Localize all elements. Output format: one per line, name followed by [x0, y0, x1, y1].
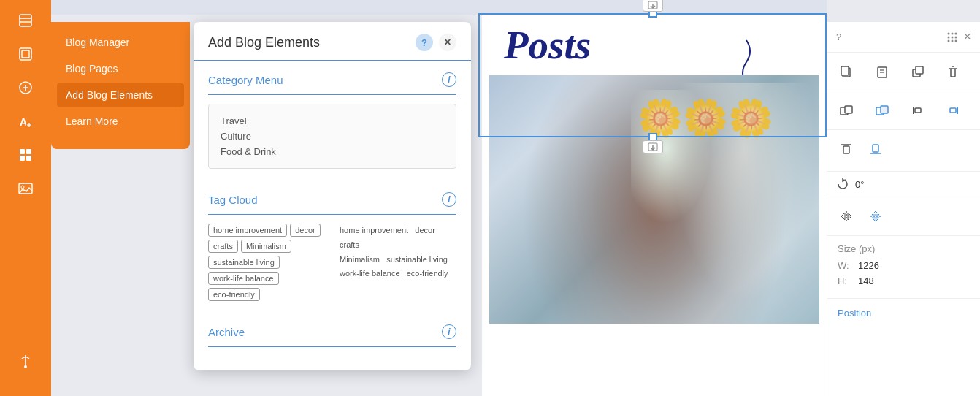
- rp-delete-icon[interactable]: [940, 58, 966, 85]
- rotate-value: 0°: [855, 179, 864, 190]
- category-menu-section-header: Category Menu i: [208, 61, 456, 95]
- tag-crafts: crafts: [208, 240, 238, 253]
- svg-rect-13: [26, 149, 31, 154]
- svg-rect-0: [20, 15, 31, 26]
- category-menu-info-icon[interactable]: i: [442, 72, 456, 87]
- tag-right-row-2: Minimalism sustainable living: [340, 253, 456, 267]
- svg-rect-49: [843, 146, 849, 153]
- tag-eco: eco-friendly: [208, 288, 260, 301]
- svg-text:A: A: [20, 116, 27, 128]
- tag-sustainable: sustainable living: [208, 256, 280, 269]
- tag-cloud-right: home improvement decor crafts Minimalism…: [340, 224, 456, 281]
- svg-rect-14: [20, 156, 25, 161]
- rotate-section: 0°: [827, 172, 980, 197]
- tag-right-row-1: home improvement decor crafts: [340, 224, 456, 253]
- svg-point-24: [952, 32, 954, 34]
- media-icon[interactable]: [11, 174, 40, 203]
- rp-align-left-icon[interactable]: [905, 97, 931, 123]
- panel-header: Add Blog Elements ? ×: [194, 22, 471, 61]
- rotate-icon: [836, 178, 849, 191]
- svg-point-27: [952, 36, 954, 38]
- category-menu-preview: Travel Culture Food & Drink: [208, 104, 456, 169]
- svg-point-29: [948, 39, 950, 42]
- archive-title: Archive: [208, 326, 245, 338]
- svg-marker-53: [841, 213, 845, 220]
- rp-duplicate-icon[interactable]: [905, 58, 931, 85]
- tag-right-row-3: work-life balance eco-friendly: [340, 267, 456, 281]
- size-w-value: 1226: [858, 260, 879, 271]
- tag-minimalism: Minimalism: [241, 240, 291, 253]
- svg-rect-43: [881, 106, 888, 113]
- top-ruler: [51, 0, 827, 15]
- layout-icon[interactable]: [11, 39, 40, 69]
- svg-point-28: [955, 36, 957, 38]
- align-section: [827, 130, 980, 172]
- add-blog-elements-nav[interactable]: Add Blog Elements: [57, 83, 184, 107]
- tag-cloud-left: home improvement decor crafts Minimalism…: [208, 224, 325, 301]
- rp-grid-icon-area: ×: [946, 29, 971, 45]
- svg-marker-56: [872, 211, 879, 215]
- tag-cloud-title: Tag Cloud: [208, 194, 258, 206]
- add-elements-panel: Add Blog Elements ? × Category Menu i Tr…: [194, 22, 471, 370]
- right-panel: ? ×: [827, 22, 980, 396]
- align-bottom-icon[interactable]: [862, 136, 889, 162]
- tag-work-life: work-life balance: [208, 272, 279, 285]
- pages-icon[interactable]: [11, 6, 40, 35]
- rp-tool-row-1: [827, 53, 980, 91]
- align-top-icon[interactable]: [833, 136, 860, 162]
- tag-home-improvement: home improvement: [208, 224, 287, 237]
- archive-section-header: Archive i: [208, 313, 456, 347]
- panel-close-button[interactable]: ×: [439, 34, 456, 51]
- rp-copy-icon[interactable]: [833, 58, 860, 85]
- blog-manager-nav[interactable]: Blog Manager: [51, 29, 190, 56]
- rp-align-right-icon[interactable]: [940, 97, 966, 123]
- panel-header-actions: ? ×: [416, 34, 456, 51]
- size-h-row: H: 148: [838, 275, 970, 286]
- svg-rect-15: [26, 156, 31, 161]
- rp-close-button[interactable]: ×: [963, 29, 971, 45]
- svg-rect-38: [916, 66, 923, 74]
- tag-cloud-box-right: home improvement decor crafts Minimalism…: [340, 224, 456, 301]
- rp-bring-front-icon[interactable]: [869, 97, 895, 123]
- svg-point-26: [948, 36, 950, 38]
- panel-help-button[interactable]: ?: [416, 34, 433, 51]
- size-w-label: W:: [838, 260, 852, 271]
- position-section: Position: [827, 298, 980, 327]
- size-h-label: H:: [838, 275, 852, 286]
- svg-point-30: [952, 39, 954, 42]
- learn-more-nav[interactable]: Learn More: [51, 108, 190, 134]
- flip-h-icon[interactable]: [833, 203, 860, 229]
- blog-posts-title: Posts: [504, 23, 591, 67]
- svg-rect-12: [20, 149, 25, 154]
- panel-title: Add Blog Elements: [208, 35, 320, 50]
- tag-cloud-section-header: Tag Cloud i: [208, 180, 456, 215]
- rp-paste-icon[interactable]: [869, 58, 895, 85]
- svg-rect-47: [950, 108, 956, 113]
- size-section: Size (px) W: 1226 H: 148: [827, 236, 980, 298]
- tag-cloud-container: home improvement decor crafts Minimalism…: [208, 224, 456, 301]
- text-style-icon[interactable]: A: [11, 107, 40, 136]
- right-panel-header: ? ×: [827, 22, 980, 53]
- pen-icon[interactable]: [11, 346, 40, 376]
- svg-rect-33: [841, 66, 849, 75]
- tag-cloud-info-icon[interactable]: i: [442, 192, 456, 207]
- size-w-row: W: 1226: [838, 260, 970, 271]
- rp-send-back-icon[interactable]: [833, 97, 860, 123]
- flip-v-icon[interactable]: [862, 203, 889, 229]
- category-item-travel: Travel: [221, 113, 444, 129]
- svg-point-17: [21, 186, 24, 189]
- size-h-value: 148: [858, 275, 874, 286]
- svg-marker-57: [872, 218, 879, 221]
- svg-point-31: [955, 39, 957, 42]
- align-row-1: [833, 136, 974, 162]
- apps-icon[interactable]: [11, 140, 40, 170]
- svg-point-23: [948, 32, 950, 34]
- rp-question[interactable]: ?: [836, 31, 841, 42]
- category-menu-title: Category Menu: [208, 74, 283, 86]
- tag-decor: decor: [290, 224, 321, 237]
- blog-pages-nav[interactable]: Blog Pages: [51, 56, 190, 82]
- position-title: Position: [838, 308, 871, 319]
- archive-info-icon[interactable]: i: [442, 324, 456, 339]
- add-icon[interactable]: [11, 73, 40, 102]
- svg-point-25: [955, 32, 957, 34]
